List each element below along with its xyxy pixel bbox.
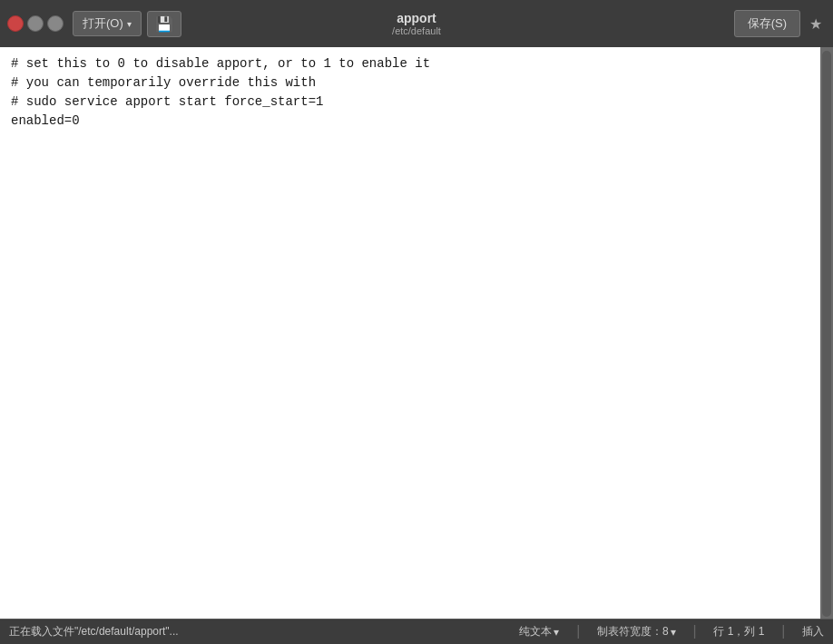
save-button[interactable]: 保存(S) — [734, 10, 800, 37]
open-dropdown-arrow: ▾ — [127, 19, 132, 29]
editor-content: # set this to 0 to disable apport, or to… — [11, 54, 809, 131]
open-label: 打开(O) — [83, 15, 123, 32]
tab-width-dropdown[interactable]: 制表符宽度：8 ▾ — [597, 624, 676, 639]
scrollbar-track[interactable] — [822, 51, 831, 617]
status-right: 纯文本 ▾ | 制表符宽度：8 ▾ | 行 1，列 1 | 插入 — [519, 624, 824, 640]
titlebar: ✕ ─ □ 打开(O) ▾ 💾 apport /etc/default 保存(S… — [0, 0, 833, 47]
editor-main[interactable]: # set this to 0 to disable apport, or to… — [0, 47, 820, 619]
loading-status: 正在载入文件"/etc/default/apport"... — [9, 624, 519, 639]
separator-2: | — [691, 624, 700, 640]
separator-1: | — [573, 624, 583, 640]
editor-container: # set this to 0 to disable apport, or to… — [0, 47, 833, 619]
maximize-button[interactable]: □ — [47, 15, 64, 32]
file-path: /etc/default — [392, 25, 441, 36]
separator-3: | — [779, 624, 788, 640]
text-type-dropdown[interactable]: 纯文本 ▾ — [519, 624, 559, 639]
tab-width-arrow: ▾ — [671, 626, 676, 639]
save-icon-button[interactable]: 💾 — [147, 11, 181, 37]
statusbar: 正在载入文件"/etc/default/apport"... 纯文本 ▾ | 制… — [0, 619, 833, 644]
star-button[interactable]: ★ — [806, 14, 826, 34]
text-type-label: 纯文本 — [519, 624, 552, 639]
right-sidebar — [820, 47, 833, 619]
tab-width-label: 制表符宽度：8 — [597, 624, 669, 639]
minimize-button[interactable]: ─ — [27, 15, 44, 32]
app-title: apport — [392, 11, 441, 25]
window-controls: ✕ ─ □ — [7, 15, 64, 32]
text-type-arrow: ▾ — [554, 626, 559, 639]
edit-mode: 插入 — [802, 624, 824, 639]
title-center: apport /etc/default — [392, 11, 441, 36]
close-button[interactable]: ✕ — [7, 15, 24, 32]
save-document-icon: 💾 — [155, 15, 173, 33]
cursor-position: 行 1，列 1 — [713, 624, 764, 639]
open-button[interactable]: 打开(O) ▾ — [73, 11, 142, 36]
star-icon: ★ — [809, 16, 822, 32]
